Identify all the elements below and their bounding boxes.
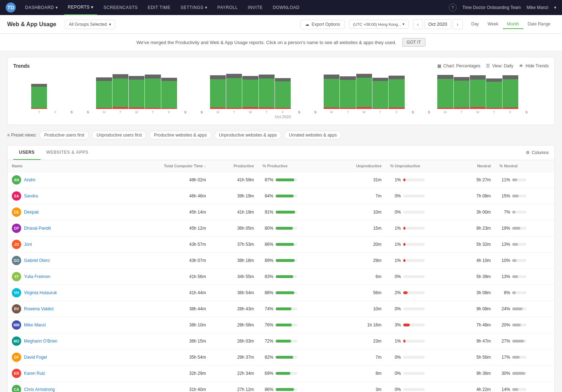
productive-time: 36h 54m [210, 285, 258, 301]
col-pct-productive[interactable]: % Productive [258, 160, 330, 172]
user-name-label[interactable]: Dhaval Pandit [24, 226, 51, 231]
columns-button[interactable]: ⚙ Columns [526, 145, 549, 160]
user-name-label[interactable]: Mike Manzi [24, 322, 46, 328]
trends-title: Trends [13, 63, 30, 69]
col-neutral[interactable]: Neutral [457, 160, 495, 172]
neutral-time: 3h 08m [457, 285, 495, 301]
col-pct-neutral[interactable]: % Neutral [495, 160, 554, 172]
user-name-label[interactable]: Yulia Freimon [24, 274, 50, 279]
users-table: Name Total Computer Time ↓ Productive % … [8, 160, 554, 392]
pct-neutral: 13% [495, 269, 554, 285]
got-it-button[interactable]: GOT IT [402, 38, 426, 47]
tab-month[interactable]: Month [503, 20, 523, 29]
user-name-label[interactable]: Sandra [24, 193, 38, 199]
user-name-label[interactable]: Meghann O'Brien [24, 339, 57, 344]
user-cell: AN Andre [12, 175, 122, 185]
pct-productive: 86% [258, 236, 330, 253]
tab-week[interactable]: Week [483, 20, 503, 29]
pct-unproductive: 0% [386, 301, 457, 317]
user-menu-icon[interactable]: ▾ [554, 5, 556, 10]
user-name-label[interactable]: Andre [24, 177, 35, 182]
nav-invite[interactable]: INVITE [244, 0, 266, 15]
productive-time: 39h 19m [210, 188, 258, 204]
user-name-label[interactable]: Gabriel Otero [24, 258, 50, 263]
pct-unproductive: 0% [386, 382, 457, 392]
total-time: 38h 10m [126, 317, 210, 333]
user-name-label[interactable]: Rowena Valdez [24, 306, 54, 311]
pct-neutral: 27% [495, 333, 554, 349]
pct-productive: 84% [258, 188, 330, 204]
nav-settings[interactable]: SETTINGS ▾ [177, 0, 211, 15]
col-unproductive[interactable]: Unproductive [329, 160, 386, 172]
user-cell: RV Rowena Valdez [12, 304, 122, 314]
tab-users[interactable]: USERS [13, 145, 41, 160]
neutral-time: 9h 36m [457, 365, 495, 382]
next-date-button[interactable]: › [453, 19, 463, 29]
user-name[interactable]: Mike Manzi [527, 5, 548, 10]
table-row: CA Chris Armstrong 31h 40m27h 12m 86% 3m… [8, 382, 554, 392]
tab-date-range[interactable]: Date Range [523, 20, 555, 29]
cloud-icon: ☁ [305, 22, 309, 27]
nav-dashboard[interactable]: DASHBOARD ▾ [22, 0, 61, 15]
user-cell: KR Karen Ruiz [12, 369, 122, 378]
pct-unproductive: 0% [386, 349, 457, 365]
col-productive[interactable]: Productive [210, 160, 258, 172]
eye-icon: 👁 [519, 63, 523, 68]
col-total-time[interactable]: Total Computer Time ↓ [126, 160, 210, 172]
tab-day[interactable]: Day [467, 20, 483, 29]
pct-productive: 83% [258, 269, 330, 285]
hide-trends-button[interactable]: 👁 Hide Trends [519, 63, 549, 68]
user-cell: MO Meghann O'Brien [12, 336, 122, 346]
pct-unproductive: 1% [386, 253, 457, 269]
pct-unproductive: 0% [386, 269, 457, 285]
pct-productive: 91% [258, 204, 330, 220]
user-cell: JO Joni [12, 240, 122, 249]
nav-screencasts[interactable]: SCREENCASTS [100, 0, 142, 15]
nav-payroll[interactable]: PAYROLL [214, 0, 241, 15]
preset-unproductive-users[interactable]: Unproductive users first [92, 131, 146, 139]
tab-websites-apps[interactable]: WEBSITES & APPS [41, 145, 94, 160]
col-pct-unproductive[interactable]: % Unproductive [386, 160, 457, 172]
user-name-label[interactable]: Virginia Hutauruk [24, 290, 57, 295]
productive-time: 22h 34m [210, 365, 258, 382]
col-name[interactable]: Name [8, 160, 126, 172]
nav-edit-time[interactable]: EDIT TIME [144, 0, 174, 15]
preset-views-row: ≡ Preset views: Productive users first U… [7, 131, 555, 139]
group-selector[interactable]: All Groups Selected ▾ [65, 20, 115, 29]
preset-unrated-websites[interactable]: Unrated websites & apps [284, 131, 341, 139]
table-row: GO Gabriel Otero 43h 07m38h 18m 89% 29m … [8, 253, 554, 269]
help-icon[interactable]: ? [449, 4, 457, 11]
page-title: Web & App Usage [7, 21, 56, 28]
chart-month-label: Oct 2020 [17, 115, 549, 119]
productive-time: 38h 18m [210, 253, 258, 269]
total-time: 43h 57m [126, 236, 210, 253]
preset-productive-websites[interactable]: Productive websites & apps [149, 131, 211, 139]
user-cell: YF Yulia Freimon [12, 272, 122, 281]
team-name: Time Doctor Onboarding Team [462, 5, 521, 10]
user-name-label[interactable]: Chris Armstrong [24, 387, 55, 392]
timezone-selector[interactable]: (UTC +08:00) Hong Kong... ▾ [349, 20, 409, 29]
chart-percentages-button[interactable]: ▦ Chart: Percentages [437, 63, 480, 68]
user-name-label[interactable]: Karen Ruiz [24, 371, 45, 376]
pct-unproductive: 1% [386, 220, 457, 236]
user-cell: DF David Fogel [12, 353, 122, 362]
unproductive-time: 23m [329, 333, 386, 349]
preset-unproductive-websites[interactable]: Unproductive websites & apps [214, 131, 281, 139]
export-button[interactable]: ☁ Export Options [300, 20, 344, 29]
user-name-label[interactable]: Joni [24, 242, 32, 247]
user-name-label[interactable]: Deepak [24, 210, 39, 215]
table-row: DF David Fogel 35h 54m29h 37m 82% 7m 0% … [8, 349, 554, 365]
table-row: JO Joni 43h 57m37h 53m 86% 20m 1% 5h 32m… [8, 236, 554, 253]
total-time: 32h 29m [126, 365, 210, 382]
view-daily-button[interactable]: ☰ View: Daily [486, 63, 513, 68]
preset-productive-users[interactable]: Productive users first [39, 131, 89, 139]
nav-reports[interactable]: REPORTS ▾ [64, 0, 97, 15]
view-icon: ☰ [486, 63, 490, 68]
chart-icon: ▦ [437, 63, 441, 68]
user-name-label[interactable]: David Fogel [24, 355, 47, 360]
prev-date-button[interactable]: ‹ [413, 19, 423, 29]
nav-download[interactable]: DOWNLOAD [269, 0, 303, 15]
pct-productive: 87% [258, 172, 330, 188]
neutral-time: 5h 39m [457, 269, 495, 285]
pct-unproductive: 0% [386, 365, 457, 382]
